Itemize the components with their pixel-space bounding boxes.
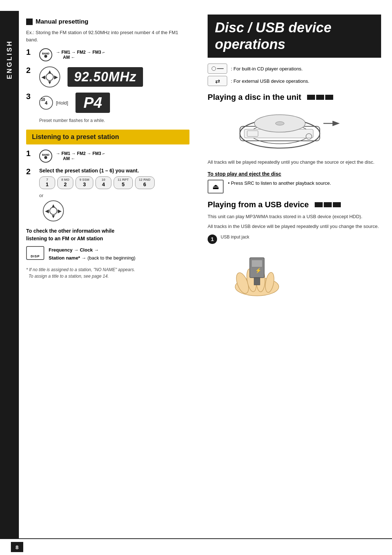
hold-label: [Hold]: [56, 100, 68, 106]
usb-input-label: USB input jack: [221, 234, 293, 240]
stop-play-title: To stop play and eject the disc: [208, 171, 381, 177]
disp-box: DISP Frequency → Clock → Station name* →…: [26, 246, 189, 262]
band-button-2-label: BAND: [42, 154, 49, 156]
usb-title-bar-blocks: [315, 202, 341, 207]
step-number-2: 2: [26, 66, 36, 74]
preset-btn-3-main: 3: [83, 181, 86, 187]
left-column: Manual presetting Ex.: Storing the FM st…: [19, 11, 200, 538]
title-block-1: [307, 95, 315, 100]
step-number-3: 3: [26, 93, 36, 101]
sidebar: ENGLISH: [0, 11, 19, 538]
usb-legend-row: ⇄ : For external USB device operations.: [208, 76, 381, 86]
usb-step-content: USB input jack: [221, 234, 381, 299]
check-info-line2: listening to an FM or AM station: [26, 236, 103, 241]
band-dot-icon: [44, 55, 47, 58]
check-info-heading: To check the other information while lis…: [26, 227, 189, 242]
section-square-icon: [26, 19, 33, 25]
am-label: AM ←: [56, 55, 75, 60]
am-label-2: AM ←: [56, 156, 75, 161]
usb-title-block-2: [324, 202, 332, 207]
hold-group: 10 4 [Hold]: [39, 96, 68, 110]
listen-step-2-content: Select the preset station (1 – 6) you wa…: [39, 168, 189, 221]
dpad-control-2[interactable]: ◀ ▶ ▲ ▼: [43, 200, 64, 221]
cd-icon-box: [208, 64, 227, 74]
station-name-rest: → (back to the beginning): [80, 255, 135, 261]
icon-legend: : For built-in CD player operations. ⇄ :…: [208, 64, 381, 86]
play-disc-header: Playing a disc in the unit: [208, 93, 381, 102]
play-usb-title: Playing from a USB device: [208, 200, 309, 209]
content-area: ENGLISH Manual presetting Ex.: Storing t…: [0, 0, 392, 538]
freq-line1: Frequency → Clock →: [49, 246, 135, 254]
svg-rect-16: [252, 260, 262, 267]
fm-diagram: → FM1 → FM2 → FM3 ⌐ AM ←: [56, 50, 105, 60]
freq-line2: Station name* → (back to the beginning): [49, 254, 135, 262]
band-button-label: BAND: [42, 52, 49, 55]
page-number: 8: [11, 542, 23, 552]
preset-btn-1-main: 1: [46, 181, 49, 187]
preset-btn-3[interactable]: 9 SSM 3: [75, 176, 93, 189]
dpad-left-arrow-2: ◀: [45, 208, 49, 214]
right-column: Disc / USB device operations : For built…: [200, 11, 392, 538]
svg-rect-18: [254, 278, 260, 285]
dpad-control[interactable]: ◀ ▶ ▲ ▼: [39, 66, 60, 87]
preset-btn-6[interactable]: 12 RND 6: [135, 176, 155, 189]
play-usb-header: Playing from a USB device: [208, 200, 381, 209]
disp-button[interactable]: DISP: [26, 246, 44, 260]
svg-text:⚡: ⚡: [255, 268, 262, 274]
listen-step-1: 1 BAND → FM1 → FM2 → FM3 ⌐ AM ←: [26, 150, 189, 163]
usb-step-1: 1 USB input jack: [208, 234, 381, 299]
cd-legend-row: : For built-in CD player operations.: [208, 64, 381, 74]
disp-button-label: DISP: [30, 254, 40, 258]
preset-btn-6-top: 12 RND: [139, 178, 151, 181]
preset-btn-5[interactable]: 11 RPT 5: [114, 176, 133, 189]
manual-presetting-title: Manual presetting: [36, 18, 88, 25]
play-disc-title: Playing a disc in the unit: [208, 93, 301, 102]
freq-info: Frequency → Clock → Station name* → (bac…: [49, 246, 135, 262]
usb-illustration-svg: ⚡: [221, 240, 293, 298]
usb-info-text-1: This unit can play MP3/WMA tracks stored…: [208, 213, 381, 220]
preset-btn-4-top: 10: [102, 178, 105, 181]
listen-step-2: 2 Select the preset station (1 – 6) you …: [26, 168, 189, 221]
preset-btn-1[interactable]: 7 1: [39, 176, 55, 189]
band-button[interactable]: BAND: [39, 48, 52, 61]
disc-usb-title: Disc / USB device operations: [215, 20, 374, 53]
preset-btn-4-main: 4: [102, 181, 105, 187]
page-bottom: 8: [0, 538, 392, 555]
preset-btn-5-top: 11 RPT: [118, 178, 129, 181]
preset-btn-4[interactable]: 10 4: [95, 176, 111, 189]
eject-button[interactable]: ⏏: [208, 180, 224, 193]
usb-legend-text: : For external USB device operations.: [231, 78, 309, 84]
preset-btn-5-main: 5: [122, 181, 124, 187]
listening-preset-title: Listening to a preset station: [32, 133, 119, 140]
step-2-content: ◀ ▶ ▲ ▼ 92.50MHz: [39, 66, 189, 87]
listen-step-1-content: BAND → FM1 → FM2 → FM3 ⌐ AM ←: [39, 150, 189, 163]
eject-icon: ⏏: [212, 182, 219, 191]
disc-usb-title-line2: operations: [215, 37, 285, 52]
step-1-content: BAND → FM1 → FM2 → FM3 ⌐ AM ←: [39, 48, 189, 61]
dpad-right-arrow-2: ▶: [58, 208, 62, 214]
fm-row-2-top: → FM1 → FM2 → FM3 ⌐: [56, 151, 105, 156]
title-bar-blocks: [307, 95, 333, 100]
disc-usb-title-line1: Disc / USB device: [215, 20, 331, 35]
listen-step-num-2: 2: [26, 168, 36, 176]
cd-line-icon: [217, 68, 224, 69]
fm-diagram-2: → FM1 → FM2 → FM3 ⌐ AM ←: [56, 151, 105, 161]
fm-sequence: → FM1 → FM2 → FM3 ⌐: [56, 50, 105, 55]
usb-step-number: 1: [208, 234, 217, 244]
usb-info-text-2: All tracks in the USB device will be pla…: [208, 223, 381, 230]
band-dot-2-icon: [44, 156, 47, 159]
preset-4-button[interactable]: 10 4: [39, 96, 53, 110]
eject-row: ⏏ • Press SRC to listen to another playb…: [208, 180, 381, 193]
cd-player-svg: [236, 108, 352, 152]
preset-btn-2[interactable]: 8 MO 2: [57, 176, 73, 189]
band-button-2[interactable]: BAND: [39, 150, 52, 163]
fm-row-top: → FM1 → FM2 → FM3 ⌐: [56, 50, 105, 55]
preset-btn-2-top: 8 MO: [61, 178, 69, 181]
cd-icon: [212, 66, 224, 71]
usb-icon-box: ⇄: [208, 76, 227, 86]
usb-title-block-3: [333, 202, 341, 207]
fm-sequence-2: → FM1 → FM2 → FM3 ⌐: [56, 151, 105, 156]
footnote: * If no title is assigned to a station, …: [26, 266, 189, 279]
eject-instruction-text: • Press SRC to listen to another playbac…: [228, 180, 331, 187]
preset-num-label: 10: [41, 98, 45, 102]
